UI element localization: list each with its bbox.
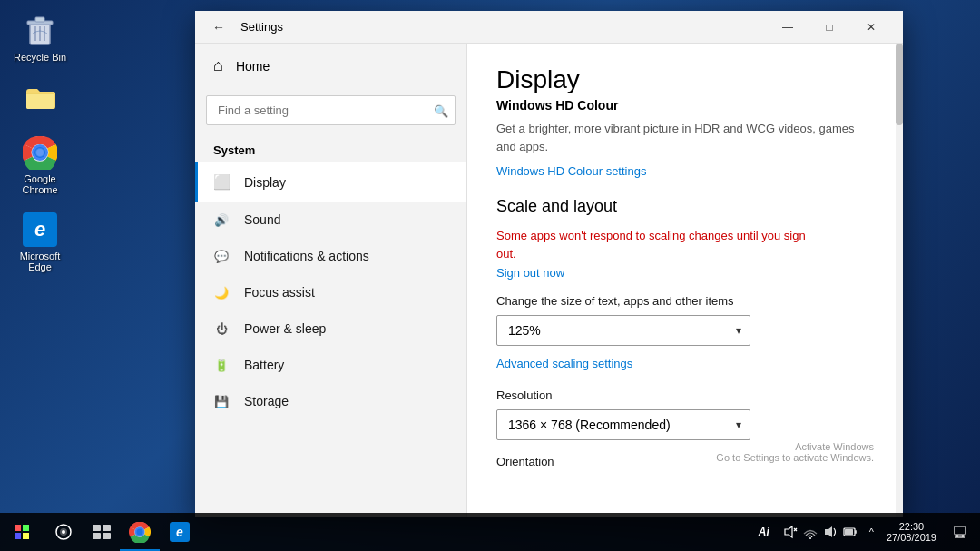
system-clock[interactable]: 22:30 27/08/2019 [879, 521, 944, 543]
settings-window: ← Settings — □ ✕ ⌂ Home 🔍 System [195, 11, 903, 517]
folder-icon [22, 79, 58, 115]
home-icon: ⌂ [213, 56, 223, 75]
minimize-button[interactable]: — [767, 11, 808, 44]
svg-rect-17 [93, 533, 101, 539]
clock-date: 27/08/2019 [887, 532, 936, 543]
edge-icon: e [22, 212, 58, 248]
taskbar-right: Ai [753, 513, 980, 551]
nav-power-label: Power & sleep [244, 321, 326, 336]
desktop-icon-recycle-bin[interactable]: Recycle Bin [7, 9, 73, 66]
svg-rect-2 [35, 17, 44, 22]
window-body: ⌂ Home 🔍 System ⬜ Display 🔊 Sound [195, 44, 903, 517]
scale-dropdown[interactable]: 100% 125% 150% 175% [496, 315, 750, 346]
recycle-bin-label: Recycle Bin [14, 52, 66, 63]
cortana-icon [55, 524, 72, 540]
chrome-icon [22, 134, 58, 171]
svg-point-21 [137, 529, 143, 536]
svg-rect-15 [93, 525, 101, 531]
page-title: Display [496, 65, 874, 94]
close-button[interactable]: ✕ [850, 11, 892, 44]
sign-out-link[interactable]: Sign out now [496, 266, 874, 280]
notifications-icon: 💬 [213, 250, 230, 263]
notification-icon [954, 526, 966, 538]
title-bar: ← Settings — □ ✕ [195, 11, 903, 44]
search-box: 🔍 [206, 95, 456, 125]
taskbar-chrome[interactable] [120, 513, 160, 551]
desktop-icons: Recycle Bin [7, 9, 73, 276]
warning-text: Some apps won't respond to scaling chang… [496, 227, 874, 262]
tray-network-icon[interactable] [802, 524, 818, 540]
resolution-dropdown-container: 1366 × 768 (Recommended) 1280 × 720 1024… [496, 409, 750, 440]
ai-taskbar-button[interactable]: Ai [753, 526, 775, 538]
warning-line2: out. [496, 247, 516, 261]
nav-storage-label: Storage [244, 394, 289, 408]
taskbar: e Ai [0, 513, 980, 551]
nav-item-display[interactable]: ⬜ Display [195, 162, 466, 202]
search-input[interactable] [206, 95, 456, 125]
start-button[interactable] [0, 513, 44, 551]
scrollbar-track[interactable] [896, 44, 903, 517]
nav-item-storage[interactable]: 💾 Storage [195, 383, 466, 419]
tray-volume2-icon[interactable] [822, 524, 838, 540]
svg-marker-22 [785, 526, 792, 537]
task-view-icon [93, 525, 111, 539]
svg-rect-16 [103, 525, 111, 531]
focus-assist-icon: 🌙 [213, 286, 230, 300]
activate-watermark: Activate Windows Go to Settings to activ… [716, 441, 874, 463]
activate-line1: Activate Windows [716, 441, 874, 452]
svg-rect-30 [955, 526, 965, 535]
tray-battery-icon[interactable] [842, 524, 858, 540]
windows-icon [15, 525, 29, 539]
scale-size-label: Change the size of text, apps and other … [496, 294, 874, 308]
back-button[interactable]: ← [206, 15, 231, 40]
window-controls: — □ ✕ [767, 11, 892, 44]
svg-rect-28 [855, 530, 857, 534]
cortana-button[interactable] [44, 513, 83, 551]
desktop-icon-edge[interactable]: e Microsoft Edge [7, 208, 73, 276]
chrome-label: Google Chrome [11, 173, 69, 195]
search-icon: 🔍 [434, 103, 448, 117]
svg-marker-26 [825, 526, 832, 537]
svg-point-11 [35, 148, 44, 157]
svg-rect-18 [103, 533, 111, 539]
resolution-dropdown[interactable]: 1366 × 768 (Recommended) 1280 × 720 1024… [496, 409, 750, 440]
storage-icon: 💾 [213, 395, 230, 408]
tray-icons [777, 524, 864, 540]
svg-rect-29 [845, 529, 853, 535]
system-label: System [195, 133, 466, 162]
notification-center-button[interactable] [946, 513, 975, 551]
advanced-scaling-link[interactable]: Advanced scaling settings [496, 357, 874, 370]
hdr-subtitle: Windows HD Colour [496, 98, 874, 113]
nav-battery-label: Battery [244, 358, 284, 372]
recycle-bin-icon [22, 13, 58, 49]
taskbar-edge[interactable]: e [160, 513, 200, 551]
edge-label: Microsoft Edge [11, 251, 69, 272]
home-label: Home [236, 59, 270, 74]
nav-item-power-sleep[interactable]: ⏻ Power & sleep [195, 310, 466, 347]
nav-notifications-label: Notifications & actions [244, 249, 369, 263]
nav-item-battery[interactable]: 🔋 Battery [195, 347, 466, 383]
window-title: Settings [240, 20, 283, 34]
desktop-icon-chrome[interactable]: Google Chrome [7, 131, 73, 199]
task-view-button[interactable] [83, 513, 120, 551]
desktop-icon-folder[interactable] [7, 75, 73, 122]
scale-dropdown-container: 100% 125% 150% 175% ▾ [496, 315, 750, 346]
maximize-button[interactable]: □ [808, 11, 850, 44]
hdr-description: Get a brighter, more vibrant picture in … [496, 120, 874, 155]
taskbar-left: e [0, 513, 200, 551]
nav-item-focus-assist[interactable]: 🌙 Focus assist [195, 274, 466, 310]
scrollbar-thumb[interactable] [896, 44, 903, 125]
nav-item-sound[interactable]: 🔊 Sound [195, 202, 466, 238]
sidebar-home-button[interactable]: ⌂ Home [195, 44, 466, 88]
warning-line1: Some apps won't respond to scaling chang… [496, 229, 806, 242]
nav-display-label: Display [244, 175, 286, 190]
show-hidden-icons[interactable]: ^ [866, 526, 877, 537]
main-content: Display Windows HD Colour Get a brighter… [467, 44, 903, 517]
hdr-settings-link[interactable]: Windows HD Colour settings [496, 164, 646, 178]
svg-point-14 [62, 530, 65, 534]
taskbar-chrome-icon [129, 521, 151, 543]
clock-time: 22:30 [899, 521, 925, 532]
nav-item-notifications[interactable]: 💬 Notifications & actions [195, 238, 466, 274]
tray-volume-icon[interactable] [782, 524, 799, 540]
nav-focus-label: Focus assist [244, 285, 315, 300]
